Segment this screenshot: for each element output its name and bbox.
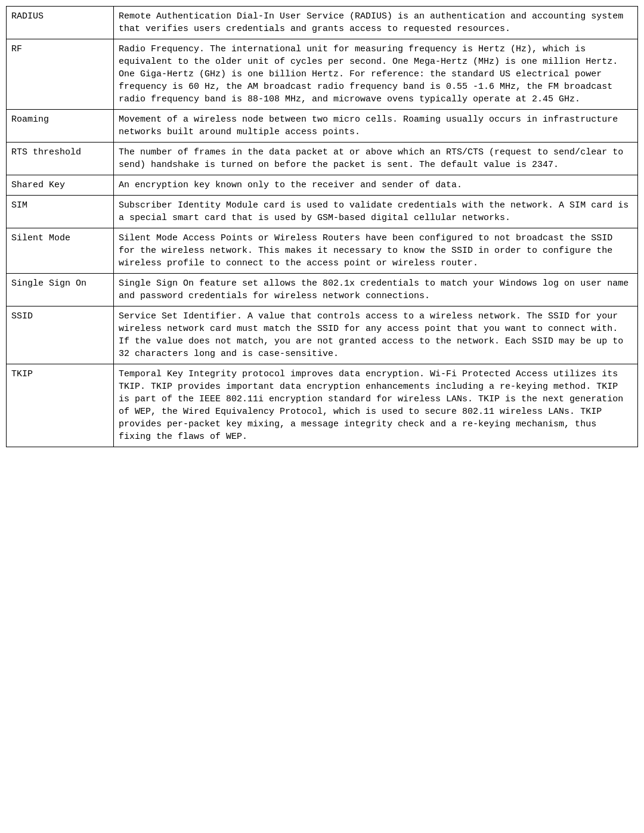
definition-cell: Subscriber Identity Module card is used … — [114, 196, 638, 228]
definition-cell: Service Set Identifier. A value that con… — [114, 306, 638, 364]
term-cell: RTS threshold — [7, 143, 114, 175]
definition-cell: Silent Mode Access Points or Wireless Ro… — [114, 228, 638, 274]
table-row: SSIDService Set Identifier. A value that… — [7, 306, 638, 364]
term-cell: SSID — [7, 306, 114, 364]
table-row: RFRadio Frequency. The international uni… — [7, 39, 638, 110]
term-cell: Shared Key — [7, 175, 114, 196]
table-row: RoamingMovement of a wireless node betwe… — [7, 110, 638, 143]
table-row: SIMSubscriber Identity Module card is us… — [7, 196, 638, 228]
table-row: TKIPTemporal Key Integrity protocol impr… — [7, 364, 638, 447]
table-row: RADIUSRemote Authentication Dial-In User… — [7, 7, 638, 39]
table-row: Single Sign OnSingle Sign On feature set… — [7, 274, 638, 306]
term-cell: Single Sign On — [7, 274, 114, 306]
table-row: RTS thresholdThe number of frames in the… — [7, 143, 638, 175]
term-cell: Silent Mode — [7, 228, 114, 274]
page-container: RADIUSRemote Authentication Dial-In User… — [0, 0, 644, 833]
term-cell: RADIUS — [7, 7, 114, 39]
term-cell: TKIP — [7, 364, 114, 447]
definition-cell: The number of frames in the data packet … — [114, 143, 638, 175]
definition-cell: An encryption key known only to the rece… — [114, 175, 638, 196]
term-cell: SIM — [7, 196, 114, 228]
term-cell: Roaming — [7, 110, 114, 143]
table-row: Silent ModeSilent Mode Access Points or … — [7, 228, 638, 274]
definition-cell: Remote Authentication Dial-In User Servi… — [114, 7, 638, 39]
glossary-table: RADIUSRemote Authentication Dial-In User… — [6, 6, 638, 447]
definition-cell: Single Sign On feature set allows the 80… — [114, 274, 638, 306]
term-cell: RF — [7, 39, 114, 110]
definition-cell: Temporal Key Integrity protocol improves… — [114, 364, 638, 447]
definition-cell: Radio Frequency. The international unit … — [114, 39, 638, 110]
definition-cell: Movement of a wireless node between two … — [114, 110, 638, 143]
table-row: Shared KeyAn encryption key known only t… — [7, 175, 638, 196]
